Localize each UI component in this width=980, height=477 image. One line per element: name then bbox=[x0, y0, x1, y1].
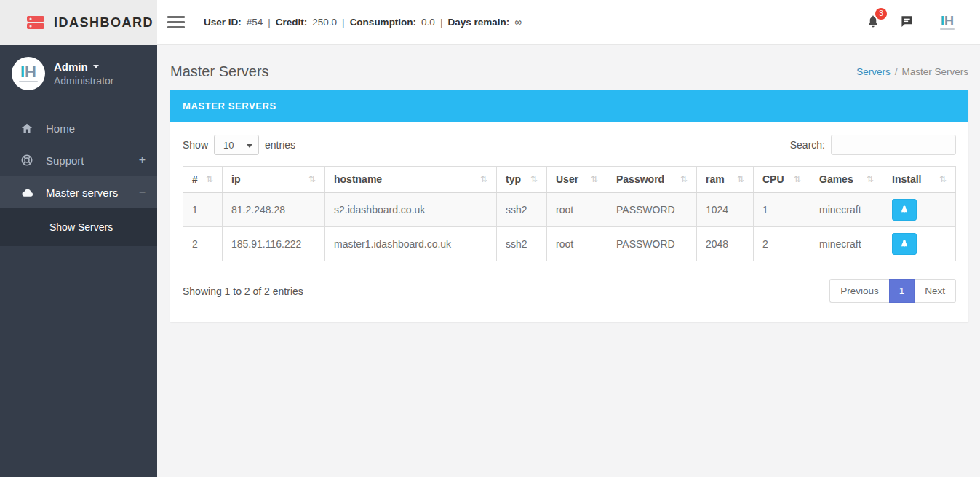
cell-ip: 185.91.116.222 bbox=[223, 227, 325, 261]
column-header-password[interactable]: Password⇅ bbox=[607, 167, 697, 193]
table-header-row: #⇅ ip⇅ hostname⇅ typ⇅ User⇅ Password⇅ ra… bbox=[183, 167, 956, 193]
stat-label: Consumption: bbox=[350, 17, 416, 28]
search-input[interactable] bbox=[831, 135, 956, 155]
breadcrumb-current: Master Servers bbox=[901, 66, 968, 77]
showing-info: Showing 1 to 2 of 2 entries bbox=[183, 285, 303, 297]
servers-table: #⇅ ip⇅ hostname⇅ typ⇅ User⇅ Password⇅ ra… bbox=[183, 166, 956, 261]
cell-ram: 1024 bbox=[697, 192, 754, 227]
column-header-user[interactable]: User⇅ bbox=[547, 167, 607, 193]
topbar-actions: 3 IH bbox=[866, 9, 980, 36]
sidebar-submenu: Show Servers bbox=[0, 208, 157, 246]
sort-icon: ⇅ bbox=[794, 174, 801, 184]
minus-icon: − bbox=[139, 186, 146, 199]
notification-badge: 3 bbox=[875, 8, 887, 20]
chat-icon bbox=[899, 14, 915, 31]
sidebar-item-master-servers[interactable]: Master servers − bbox=[0, 176, 157, 208]
stat-label: Days remain: bbox=[447, 17, 509, 28]
notifications-button[interactable]: 3 bbox=[866, 13, 880, 32]
search-box: Search: bbox=[790, 135, 956, 155]
page-title: Master Servers bbox=[170, 63, 269, 80]
cell-install bbox=[883, 227, 956, 261]
cell-user: root bbox=[547, 227, 607, 261]
sort-icon: ⇅ bbox=[530, 174, 538, 184]
cell-cpu: 2 bbox=[754, 227, 810, 261]
table-row: 1 81.2.248.28 s2.idashboard.co.uk ssh2 r… bbox=[183, 192, 956, 227]
linux-penguin-icon bbox=[899, 204, 909, 216]
table-footer: Showing 1 to 2 of 2 entries Previous 1 N… bbox=[183, 279, 956, 303]
messages-button[interactable] bbox=[899, 14, 915, 31]
topbar: User ID:#54 | Credit:250.0 | Consumption… bbox=[157, 0, 980, 45]
life-ring-icon bbox=[20, 153, 35, 167]
sidebar-user-panel[interactable]: IH Admin Administrator bbox=[0, 45, 157, 103]
stat-label: Credit: bbox=[276, 17, 308, 28]
cell-num: 2 bbox=[183, 227, 223, 261]
column-header-ip[interactable]: ip⇅ bbox=[223, 167, 325, 193]
stat-label: User ID: bbox=[204, 17, 242, 28]
cell-games: minecraft bbox=[810, 227, 883, 261]
previous-page-button[interactable]: Previous bbox=[829, 279, 889, 303]
brand[interactable]: IDASHBOARD bbox=[0, 0, 157, 45]
install-linux-button[interactable] bbox=[892, 199, 917, 221]
panel-heading: MASTER SERVERS bbox=[170, 90, 968, 122]
cell-ip: 81.2.248.28 bbox=[223, 192, 325, 227]
brand-name: IDASHBOARD bbox=[54, 15, 154, 31]
cell-typ: ssh2 bbox=[497, 227, 547, 261]
profile-button[interactable]: IH bbox=[933, 9, 961, 36]
sort-icon: ⇅ bbox=[480, 174, 487, 184]
install-linux-button[interactable] bbox=[892, 233, 917, 255]
next-page-button[interactable]: Next bbox=[915, 279, 956, 303]
home-icon bbox=[20, 121, 35, 135]
cell-ram: 2048 bbox=[697, 227, 754, 261]
linux-penguin-icon bbox=[899, 238, 909, 250]
avatar: IH bbox=[12, 57, 45, 90]
sort-icon: ⇅ bbox=[680, 174, 688, 184]
breadcrumb: Servers / Master Servers bbox=[856, 66, 968, 77]
user-name[interactable]: Admin bbox=[54, 60, 113, 73]
caret-down-icon bbox=[93, 65, 99, 68]
cell-password: PASSWORD bbox=[607, 227, 697, 261]
sort-icon: ⇅ bbox=[867, 174, 874, 184]
column-header-typ[interactable]: typ⇅ bbox=[497, 167, 547, 193]
hamburger-menu-icon[interactable] bbox=[167, 12, 185, 33]
column-header-install[interactable]: Install⇅ bbox=[883, 167, 956, 193]
server-stack-icon bbox=[26, 14, 45, 31]
sidebar-item-home[interactable]: Home bbox=[0, 112, 157, 144]
pagination: Previous 1 Next bbox=[829, 279, 956, 303]
cloud-icon bbox=[20, 185, 35, 200]
caret-down-icon bbox=[247, 144, 252, 148]
sidebar-item-support[interactable]: Support + bbox=[0, 144, 157, 176]
user-role: Administrator bbox=[54, 75, 113, 87]
sort-icon: ⇅ bbox=[939, 174, 947, 184]
cell-cpu: 1 bbox=[754, 192, 810, 227]
sidebar: IDASHBOARD IH Admin Administrator Home bbox=[0, 0, 157, 477]
column-header-num[interactable]: #⇅ bbox=[183, 167, 223, 193]
show-entries: Show 10 entries bbox=[183, 135, 295, 155]
page-header: Master Servers Servers / Master Servers bbox=[157, 45, 980, 80]
table-row: 2 185.91.116.222 master1.idashboard.co.u… bbox=[183, 227, 956, 261]
avatar: IH bbox=[933, 9, 961, 36]
sidebar-item-show-servers[interactable]: Show Servers bbox=[0, 216, 157, 239]
panel-body: Show 10 entries Search: bbox=[170, 122, 968, 322]
sort-icon: ⇅ bbox=[591, 174, 598, 184]
sidebar-nav: Home Support + Master servers − bbox=[0, 112, 157, 246]
cell-user: root bbox=[547, 192, 607, 227]
breadcrumb-link-servers[interactable]: Servers bbox=[856, 66, 891, 77]
search-label: Search: bbox=[790, 139, 825, 151]
entries-select[interactable]: 10 bbox=[214, 135, 259, 155]
cell-hostname: master1.idashboard.co.uk bbox=[325, 227, 497, 261]
column-header-games[interactable]: Games⇅ bbox=[810, 167, 883, 193]
cell-install bbox=[883, 192, 956, 227]
cell-hostname: s2.idashboard.co.uk bbox=[325, 192, 497, 227]
main-content: Master Servers Servers / Master Servers … bbox=[157, 45, 980, 477]
sort-icon: ⇅ bbox=[308, 174, 316, 184]
table-controls: Show 10 entries Search: bbox=[183, 135, 956, 155]
page-1-button[interactable]: 1 bbox=[889, 279, 915, 303]
column-header-cpu[interactable]: CPU⇅ bbox=[754, 167, 810, 193]
cell-num: 1 bbox=[183, 192, 223, 227]
topbar-stats: User ID:#54 | Credit:250.0 | Consumption… bbox=[204, 17, 522, 28]
sort-icon: ⇅ bbox=[206, 174, 213, 184]
app-root: IDASHBOARD IH Admin Administrator Home bbox=[0, 0, 980, 477]
column-header-ram[interactable]: ram⇅ bbox=[697, 167, 754, 193]
column-header-hostname[interactable]: hostname⇅ bbox=[325, 167, 497, 193]
cell-typ: ssh2 bbox=[497, 192, 547, 227]
